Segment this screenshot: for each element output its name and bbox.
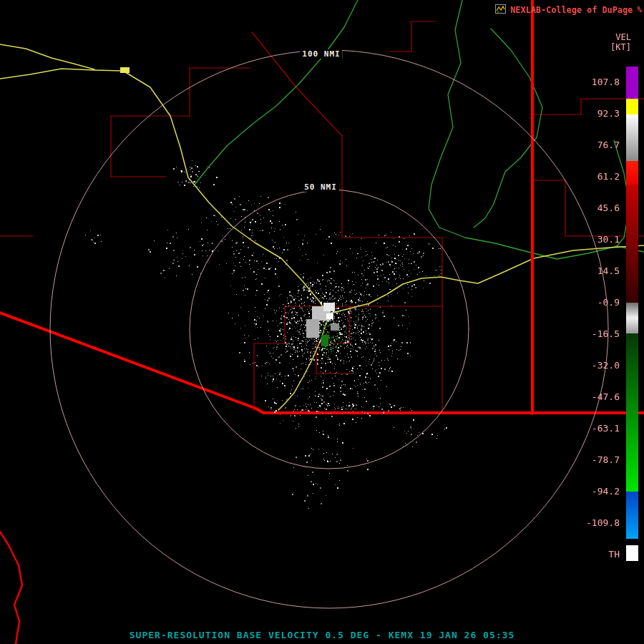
colorbar-tick: -63.1 <box>557 423 620 434</box>
colorbar-tick: -109.8 <box>557 517 620 528</box>
threshold-label: TH <box>557 549 620 560</box>
product-caption: SUPER-RESOLUTION BASE VELOCITY 0.5 DEG -… <box>0 630 644 640</box>
percent-symbol: % <box>637 5 642 14</box>
range-ring-label: 50 NMI <box>302 182 339 192</box>
colorbar-tick: 45.6 <box>557 203 620 213</box>
radar-screen: 100 NMI50 NMI NEXLAB-College of DuPage %… <box>0 0 644 644</box>
colorbar-tick: 107.8 <box>557 77 620 87</box>
site-title: NEXLAB-College of DuPage <box>510 5 633 15</box>
colorbar-tick: 76.7 <box>557 140 620 150</box>
colorbar-tick: 14.5 <box>557 265 620 276</box>
range-ring-label: 100 NMI <box>300 49 342 59</box>
colorbar-tick: -78.7 <box>557 454 620 465</box>
threshold-swatch <box>626 545 638 561</box>
colorbar-tick: -47.6 <box>557 391 620 402</box>
colorbar-tick: 30.1 <box>557 234 620 245</box>
cod-logo-icon <box>495 3 506 16</box>
colorbar-unit-kt: [KT] <box>577 42 631 52</box>
header-bar: NEXLAB-College of DuPage % <box>495 3 642 16</box>
colorbar-tick: 92.3 <box>557 108 620 119</box>
colorbar-tick: -32.0 <box>557 360 620 371</box>
colorbar-tick: 61.2 <box>557 171 620 182</box>
radar-map <box>0 0 644 644</box>
colorbar-gradient <box>626 67 638 539</box>
colorbar-tick: -16.5 <box>557 328 620 339</box>
colorbar-tick: -94.2 <box>557 486 620 497</box>
colorbar-unit-vel: VEL <box>577 32 631 42</box>
colorbar-tick: -0.9 <box>557 297 620 308</box>
